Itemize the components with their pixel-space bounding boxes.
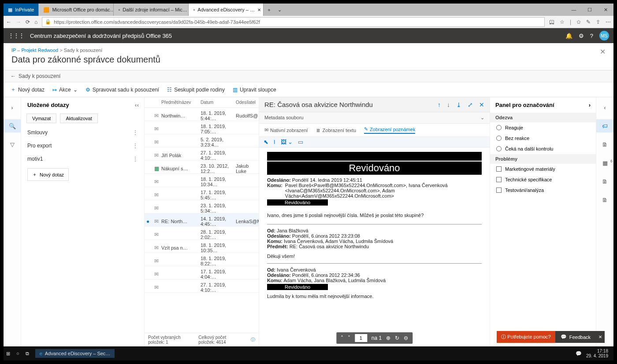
pdf-prev-icon[interactable]: ˄ <box>341 335 343 341</box>
action-center-icon[interactable]: 💬 <box>576 351 582 357</box>
nav-refresh-icon[interactable]: ⟳ <box>26 19 30 25</box>
task-view-icon[interactable]: ⧉ <box>26 351 29 357</box>
user-avatar[interactable]: MS <box>599 31 609 40</box>
table-row[interactable]: ✉18. 1. 2019, 8:22:… <box>145 253 259 266</box>
rail-doc-icon[interactable]: 🗎 <box>596 138 613 151</box>
query-item[interactable]: Pro export⋮ <box>21 139 144 152</box>
response-option[interactable]: Bez reakce <box>490 133 596 143</box>
view-native[interactable]: ✉ Nativní zobrazení <box>264 126 308 134</box>
table-row[interactable]: ✉17. 1. 2019, 4:04:… <box>145 266 259 279</box>
col-subject[interactable]: Předmět/název <box>161 100 201 105</box>
query-item[interactable]: motiv1⋮ <box>21 152 144 165</box>
back-row[interactable]: ← Sady k posouzení <box>4 70 613 82</box>
more-icon[interactable]: ⋯ <box>606 19 611 25</box>
image-tool-icon[interactable]: 🖼 ⌄ <box>281 139 293 145</box>
window-minimize[interactable]: — <box>566 4 582 16</box>
query-item[interactable]: Smlouvy⋮ <box>21 126 144 139</box>
share-icon[interactable]: ⇪ <box>596 19 600 25</box>
table-row[interactable]: ▦Nákupní s…23. 10. 2012, 12:2…Jakub Luke <box>145 161 259 174</box>
cursor-tool-icon[interactable]: ⬉ <box>264 139 268 145</box>
rail-filter-icon[interactable]: ▽ <box>4 138 21 151</box>
help-icon[interactable]: ? <box>590 33 593 39</box>
expand-icon[interactable]: ⤢ <box>468 101 473 108</box>
clear-button[interactable]: Vymazat <box>26 114 56 123</box>
rail-search-icon[interactable]: 🔍 <box>4 119 21 132</box>
more-icon[interactable]: ⋮ <box>133 143 138 149</box>
cmd-manage[interactable]: ⚙Spravovat sadu k posouzení <box>85 86 159 93</box>
response-option[interactable]: Reaguje <box>490 122 596 133</box>
rail-collapse-icon[interactable]: ‹ <box>596 101 613 114</box>
issue-option[interactable]: Technické specifikace <box>490 174 596 185</box>
nav-forward-icon[interactable]: → <box>16 19 21 25</box>
metadata-toggle[interactable]: Metadata souboru⌄ <box>259 112 490 124</box>
feedback-close-icon[interactable]: ✕ <box>596 331 605 343</box>
favorites-icon[interactable]: ✩ <box>576 19 581 25</box>
tab-chevron-icon[interactable]: ⌄ <box>274 4 285 16</box>
document-body[interactable]: Revidováno Odesláno: Pondělí 14. ledna 2… <box>259 147 490 346</box>
cmd-group[interactable]: ☷Seskupit podle rodiny <box>167 86 225 93</box>
table-row[interactable]: ✉27. 1. 2019, 4:10:… <box>145 279 259 293</box>
table-row[interactable]: ✉Northwin…18. 1. 2019, 5:44:…RudolfS@ <box>145 108 259 121</box>
issue-option[interactable]: Marketingové materiály <box>490 164 596 174</box>
rail-note-icon[interactable]: 🗎 <box>596 175 613 188</box>
zoom-out-icon[interactable]: ⊖ <box>404 335 408 341</box>
start-icon[interactable]: ⊞ <box>6 351 10 357</box>
nav-home-icon[interactable]: ⌂ <box>34 19 37 25</box>
settings-gear-icon[interactable]: ⚙ <box>579 33 584 39</box>
zoom-in-icon[interactable]: ⊕ <box>386 335 390 341</box>
window-close[interactable]: ✕ <box>598 4 613 16</box>
table-row[interactable]: ✉5. 2. 2019, 3:23:4… <box>145 134 259 147</box>
response-option[interactable]: Čeká na další kontrolu <box>490 143 596 154</box>
table-row[interactable]: ✉Jiří Polák27. 1. 2019, 4:10:… <box>145 147 259 161</box>
cmd-actions[interactable]: ↦Akce ⌄ <box>52 86 78 93</box>
tab-close-icon[interactable]: ✕ <box>257 7 261 12</box>
issue-option[interactable]: Testování/analýza <box>490 185 596 195</box>
feedback-button[interactable]: 💬 Feedback <box>555 331 596 343</box>
rail-expand-icon[interactable]: › <box>4 101 21 114</box>
area-tool-icon[interactable]: ▭ <box>298 139 303 145</box>
more-icon[interactable]: ⋮ <box>133 156 138 162</box>
download-icon[interactable]: ⤓ <box>456 101 461 108</box>
table-row[interactable]: ●✉RE: North…14. 1. 2019, 4:45:…LenkaS@M <box>145 213 259 227</box>
notifications-icon[interactable]: 🔔 <box>565 33 572 39</box>
cmd-new-query[interactable]: ＋Nový dotaz <box>11 86 45 93</box>
app-launcher-icon[interactable]: ⋮⋮⋮ <box>8 32 24 39</box>
view-text[interactable]: 🗎 Zobrazení textu <box>316 126 356 134</box>
tab-ediscovery[interactable]: ▫ Advanced eDiscovery – … ✕ <box>189 4 264 16</box>
col-date[interactable]: Datum <box>201 100 236 105</box>
col-sender[interactable]: Odesílatel <box>236 100 257 105</box>
pdf-next-icon[interactable]: ˅ <box>348 335 350 341</box>
breadcrumb-root[interactable]: IP – Projekt Redwood <box>11 48 58 53</box>
table-row[interactable]: ✉18. 1. 2019, 10:34… <box>145 174 259 187</box>
pdf-page-input[interactable] <box>355 334 367 342</box>
collapse-right-icon[interactable]: › <box>589 102 591 108</box>
refresh-button[interactable]: Aktualizovat <box>60 114 97 123</box>
view-notes[interactable]: ✎ Zobrazení poznámek <box>364 126 415 134</box>
table-row[interactable]: ✉18. 1. 2019, 7:05:… <box>145 121 259 134</box>
panel-close-icon[interactable]: ✕ <box>600 48 606 56</box>
close-reader-icon[interactable]: ✕ <box>479 101 484 108</box>
rotate-icon[interactable]: ↻ <box>395 335 399 341</box>
next-item-icon[interactable]: ↓ <box>447 101 450 108</box>
new-tab-button[interactable]: ＋ <box>264 4 274 16</box>
text-tool-icon[interactable]: I <box>274 139 275 145</box>
new-query-button[interactable]: ＋Nový dotaz <box>27 168 69 181</box>
info-icon[interactable]: ⓘ <box>251 337 255 343</box>
table-row[interactable]: ✉23. 1. 2019, 5:34:… <box>145 200 259 213</box>
more-icon[interactable]: ⋮ <box>133 129 138 136</box>
table-row[interactable]: ✉Vzít psa n…18. 1. 2019, 10:35… <box>145 240 259 253</box>
table-row[interactable]: ✉17. 1. 2019, 5:45:… <box>145 187 259 200</box>
nav-back-icon[interactable]: ← <box>6 19 11 25</box>
url-field[interactable]: 🔒 https://protection.office.com/advanced… <box>42 17 545 27</box>
window-maximize[interactable]: ☐ <box>582 4 598 16</box>
rail-grid-icon[interactable]: ▦6 <box>596 156 613 169</box>
tab-office[interactable]: 🟧 Microsoft Office pro domác… <box>39 4 114 16</box>
rail-link-icon[interactable]: 🗎 <box>596 193 613 206</box>
collapse-icon[interactable]: ‹ <box>135 102 139 108</box>
table-row[interactable]: ✉28. 1. 2019, 2:02:… <box>145 227 259 240</box>
prev-item-icon[interactable]: ↑ <box>438 101 441 108</box>
tab-inprivate[interactable]: ▦ InPrivate <box>4 4 39 16</box>
cmd-columns[interactable]: ▥Upravit sloupce <box>233 86 276 93</box>
favorite-star-icon[interactable]: ☆ <box>560 19 565 25</box>
taskbar-app[interactable]: eAdvanced eDiscovery – Sec… <box>35 349 115 358</box>
